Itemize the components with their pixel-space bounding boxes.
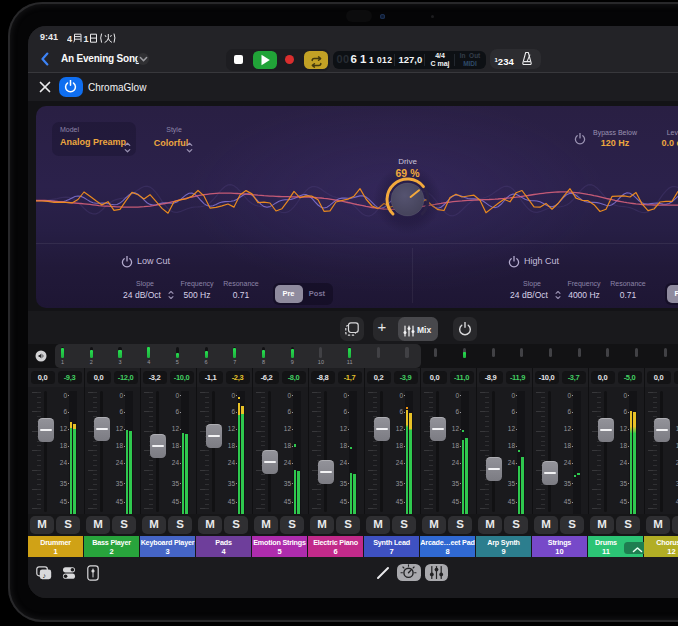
svg-text:♪: ♪: [43, 571, 47, 578]
